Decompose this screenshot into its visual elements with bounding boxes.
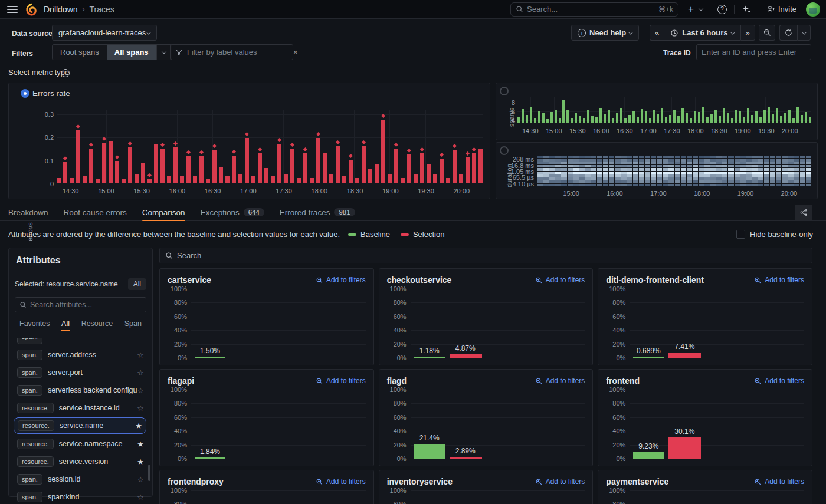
star-icon[interactable]: ☆ [137,368,144,377]
error-bar[interactable] [433,110,437,183]
error-bar[interactable] [96,110,100,183]
span-bar[interactable] [542,97,545,123]
error-bar[interactable] [329,110,333,183]
span-bar[interactable] [579,97,581,123]
attributes-search-box[interactable] [15,297,146,312]
new-button[interactable]: + [687,3,704,15]
error-bar[interactable] [206,110,210,183]
exemplar-marker[interactable] [453,144,457,148]
error-bar[interactable] [414,110,418,183]
span-bar[interactable] [784,97,786,123]
segment-root-spans[interactable]: Root spans [53,45,107,60]
attribute-row-server-address[interactable]: span.server.address☆ [15,348,146,361]
exemplar-marker[interactable] [232,149,236,153]
span-bar[interactable] [661,97,663,123]
span-bar[interactable] [566,97,569,123]
span-bar[interactable] [805,97,807,123]
error-bar[interactable] [135,110,139,183]
attr-tab-resource[interactable]: Resource [81,319,113,331]
add-to-filters-button[interactable]: Add to filters [316,377,366,385]
invite-button[interactable]: Invite [765,4,798,15]
exemplar-marker[interactable] [466,151,470,156]
duration-radio[interactable] [500,146,509,155]
exemplar-marker[interactable] [277,138,281,142]
span-bar[interactable] [673,97,676,123]
span-bar[interactable] [583,97,585,123]
data-source-picker[interactable]: grafanacloud-learn-traces [52,25,157,41]
span-bar[interactable] [698,97,700,123]
exemplar-marker[interactable] [186,150,191,154]
span-bar[interactable] [562,97,565,123]
time-shift-back-button[interactable]: « [650,25,664,41]
span-bar[interactable] [620,97,622,123]
span-bar[interactable] [681,97,684,123]
refresh-icon[interactable] [779,25,797,41]
span-bar[interactable] [780,97,782,123]
error-bar[interactable] [375,110,379,183]
values-search-input[interactable] [177,251,807,260]
exemplar-marker[interactable] [102,137,106,141]
span-bar[interactable] [719,97,721,123]
error-bar[interactable] [212,110,217,183]
selection-bar[interactable] [668,437,701,459]
grafana-logo-icon[interactable] [25,3,38,16]
span-bar[interactable] [727,97,729,123]
errors-rate-radio[interactable] [21,89,30,98]
span-bar[interactable] [559,97,561,123]
error-bar[interactable] [407,110,411,183]
attributes-search-input[interactable] [30,301,142,309]
attribute-row-service-name[interactable]: resource.service.name★ [14,417,146,434]
breadcrumb-drilldown[interactable]: Drilldown [44,5,78,14]
span-bar[interactable] [694,97,696,123]
tab-exceptions[interactable]: Exceptions644 [201,204,264,220]
exemplar-marker[interactable] [115,155,119,159]
span-bar[interactable] [735,97,738,123]
error-bar[interactable] [115,110,119,183]
error-bar[interactable] [63,110,67,183]
error-bar[interactable] [128,110,132,183]
span-bar[interactable] [546,97,549,123]
error-bar[interactable] [336,110,340,183]
star-icon[interactable]: ★ [135,421,142,430]
error-bar[interactable] [271,110,275,183]
global-search-input[interactable] [527,5,658,14]
error-bar[interactable] [284,110,288,183]
error-bar[interactable] [167,110,171,183]
add-to-filters-button[interactable]: Add to filters [754,477,804,486]
span-bar[interactable] [792,97,795,123]
attribute-row-session-id[interactable]: span.session.id☆ [15,473,146,486]
segment-dropdown-icon[interactable] [156,45,172,60]
attribute-row-service-namespace[interactable]: resource.service.namespace★ [15,437,146,450]
span-bar[interactable] [595,97,598,123]
exemplar-marker[interactable] [336,140,340,144]
values-search-box[interactable] [159,248,812,263]
error-bar[interactable] [349,110,353,183]
error-bar[interactable] [109,110,113,183]
selection-bar[interactable] [450,457,482,459]
error-bar[interactable] [381,110,385,183]
menu-icon[interactable] [7,6,18,13]
span-bar[interactable] [690,97,692,123]
error-bar[interactable] [446,110,450,183]
error-bar[interactable] [193,110,197,183]
error-bar[interactable] [180,110,184,183]
error-bar[interactable] [355,110,359,183]
trace-id-input[interactable] [702,48,806,57]
error-bar[interactable] [258,110,262,183]
exemplar-marker[interactable] [420,147,424,151]
error-bar[interactable] [401,110,405,183]
attributes-scrollbar[interactable] [148,465,150,481]
span-bar[interactable] [608,97,610,123]
zoom-out-time-icon[interactable] [759,25,775,41]
star-icon[interactable]: ☆ [137,404,144,413]
span-bars[interactable] [517,97,811,123]
baseline-bar[interactable] [633,452,664,459]
span-bar[interactable] [759,97,762,123]
span-bar[interactable] [616,97,618,123]
error-bar[interactable] [219,110,223,183]
add-to-filters-button[interactable]: Add to filters [535,377,585,385]
error-bar[interactable] [342,110,346,183]
error-bar[interactable] [57,110,61,183]
add-to-filters-button[interactable]: Add to filters [535,477,585,486]
error-bar[interactable] [76,110,80,183]
